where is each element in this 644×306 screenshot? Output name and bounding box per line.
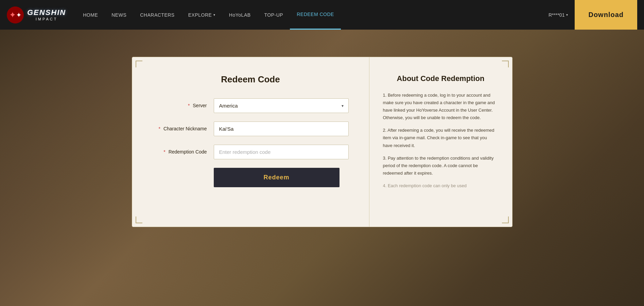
info-point-2: 2. After redeeming a code, you will rece… xyxy=(383,127,497,149)
info-point-3: 3. Pay attention to the redemption condi… xyxy=(383,155,497,177)
card-corner-tl xyxy=(136,61,142,67)
card-corner-tr xyxy=(502,61,509,67)
required-star-nickname: * xyxy=(159,126,160,131)
user-dropdown[interactable]: R****01 ▾ xyxy=(545,12,571,18)
card-corner-br xyxy=(502,216,509,223)
code-group: * Redemption Code xyxy=(153,145,349,159)
server-group: * Server America Europe Asia TW, HK, MO … xyxy=(153,98,349,113)
logo-icon: ✦ xyxy=(7,6,24,23)
nickname-group: * Character Nickname xyxy=(153,122,349,136)
card-corner-bl xyxy=(136,216,142,223)
server-select[interactable]: America Europe Asia TW, HK, MO xyxy=(214,98,349,113)
chevron-down-icon: ▾ xyxy=(213,13,215,17)
nickname-input[interactable] xyxy=(214,122,349,136)
server-label: * Server xyxy=(153,102,207,109)
code-label: * Redemption Code xyxy=(153,149,207,156)
redemption-code-input[interactable] xyxy=(214,145,349,159)
logo[interactable]: ✦ GENSHIN IMPACT xyxy=(7,6,66,23)
nav-item-explore[interactable]: EXPLORE ▾ xyxy=(181,0,222,30)
dropdown-chevron-icon: ▾ xyxy=(566,13,568,17)
page-content: Redeem Code * Server America Europe Asia… xyxy=(0,30,644,306)
info-point-1: 1. Before redeeming a code, log in to yo… xyxy=(383,92,497,122)
required-star-code: * xyxy=(163,149,165,155)
left-panel: Redeem Code * Server America Europe Asia… xyxy=(132,57,369,227)
download-button[interactable]: Download xyxy=(575,0,637,30)
nav-item-news[interactable]: NEWS xyxy=(105,0,133,30)
nav-links: HOME NEWS CHARACTERS EXPLORE ▾ HoYoLAB T… xyxy=(76,0,545,30)
form-title: Redeem Code xyxy=(153,74,349,85)
navbar: ✦ GENSHIN IMPACT HOME NEWS CHARACTERS EX… xyxy=(0,0,644,30)
nickname-label: * Character Nickname xyxy=(153,126,207,132)
server-select-wrapper: America Europe Asia TW, HK, MO ▾ xyxy=(214,98,349,113)
info-point-4: 4. Each redemption code can only be used xyxy=(383,182,497,190)
nav-item-hoyolab[interactable]: HoYoLAB xyxy=(222,0,258,30)
username-display: R****01 xyxy=(549,12,564,18)
required-star-server: * xyxy=(188,103,190,108)
logo-sub: IMPACT xyxy=(27,17,66,21)
nav-right: R****01 ▾ Download xyxy=(545,0,637,30)
about-title: About Code Redemption xyxy=(383,74,499,83)
about-scroll[interactable]: 1. Before redeeming a code, log in to yo… xyxy=(383,92,499,195)
nav-item-home[interactable]: HOME xyxy=(76,0,105,30)
logo-text: GENSHIN IMPACT xyxy=(27,9,66,21)
nav-item-redeem[interactable]: REDEEM CODE xyxy=(290,0,341,30)
right-panel: About Code Redemption 1. Before redeemin… xyxy=(369,57,512,227)
redeem-card: Redeem Code * Server America Europe Asia… xyxy=(132,57,512,227)
redeem-button[interactable]: Redeem xyxy=(214,168,340,187)
nav-item-characters[interactable]: CHARACTERS xyxy=(133,0,181,30)
logo-main: GENSHIN xyxy=(27,9,66,16)
nav-item-topup[interactable]: TOP-UP xyxy=(258,0,290,30)
